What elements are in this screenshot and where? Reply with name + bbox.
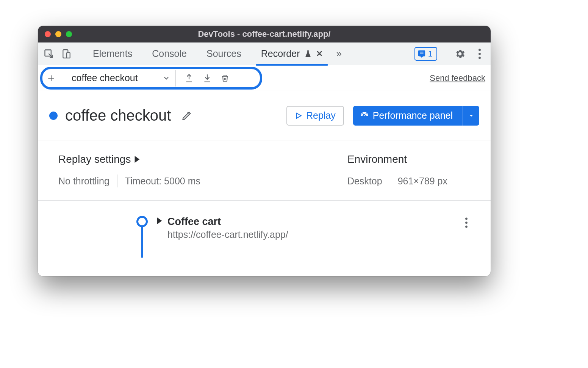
delete-icon[interactable] xyxy=(220,73,230,83)
replay-button[interactable]: Replay xyxy=(286,106,344,126)
tab-elements[interactable]: Elements xyxy=(84,42,141,65)
svg-point-7 xyxy=(465,222,468,224)
tab-console[interactable]: Console xyxy=(144,42,195,65)
close-window-button[interactable] xyxy=(45,31,51,37)
settings-row: Replay settings No throttling Timeout: 5… xyxy=(38,140,491,201)
performance-panel-button[interactable]: Performance panel xyxy=(353,106,479,126)
step-title: Coffee cart xyxy=(167,216,288,228)
close-tab-icon[interactable]: ✕ xyxy=(316,49,323,59)
timeout-value: Timeout: 5000 ms xyxy=(125,176,200,187)
recording-selector-label: coffee checkout xyxy=(72,72,157,83)
svg-point-3 xyxy=(479,49,481,51)
issues-badge[interactable]: 1 xyxy=(414,47,437,61)
new-recording-button[interactable]: ＋ xyxy=(43,70,59,86)
step-url: https://coffee-cart.netlify.app/ xyxy=(167,229,288,240)
device-toolbar-icon[interactable] xyxy=(59,47,74,61)
replay-settings-label: Replay settings xyxy=(58,153,131,165)
divider xyxy=(445,47,445,61)
minimize-window-button[interactable] xyxy=(55,31,61,37)
svg-rect-2 xyxy=(67,52,70,58)
tab-elements-label: Elements xyxy=(93,48,132,59)
device-value: Desktop xyxy=(347,176,382,187)
step-row: Coffee cart https://coffee-cart.netlify.… xyxy=(61,216,468,258)
tab-recorder-label: Recorder xyxy=(261,48,300,59)
titlebar: DevTools - coffee-cart.netlify.app/ xyxy=(38,26,491,42)
recording-header: coffee checkout Replay Performance panel xyxy=(38,91,491,140)
tab-recorder[interactable]: Recorder ✕ xyxy=(253,42,331,65)
triangle-right-icon xyxy=(134,156,140,163)
tab-strip: Elements Console Sources Recorder ✕ » 1 xyxy=(38,42,491,65)
tab-sources[interactable]: Sources xyxy=(198,42,250,65)
svg-point-6 xyxy=(465,218,468,220)
status-dot-icon xyxy=(49,112,58,120)
svg-point-8 xyxy=(465,226,468,228)
chevron-down-icon xyxy=(163,74,170,82)
viewport-value: 961×789 px xyxy=(398,176,447,187)
import-icon[interactable] xyxy=(202,73,212,83)
performance-panel-label: Performance panel xyxy=(373,110,453,121)
replay-settings-toggle[interactable]: Replay settings xyxy=(58,153,200,165)
window-title: DevTools - coffee-cart.netlify.app/ xyxy=(38,29,491,39)
flask-icon xyxy=(304,50,312,58)
environment-label: Environment xyxy=(347,153,447,165)
divider xyxy=(390,175,390,187)
performance-panel-dropdown[interactable] xyxy=(463,106,479,126)
window-controls xyxy=(45,31,72,37)
inspect-element-icon[interactable] xyxy=(42,47,56,61)
kebab-menu-icon[interactable] xyxy=(472,47,487,61)
devtools-window: DevTools - coffee-cart.netlify.app/ Elem… xyxy=(38,26,491,276)
send-feedback-link[interactable]: Send feedback xyxy=(430,73,485,83)
divider xyxy=(79,47,79,61)
tab-console-label: Console xyxy=(152,48,187,59)
maximize-window-button[interactable] xyxy=(66,31,72,37)
tab-sources-label: Sources xyxy=(206,48,241,59)
recorder-toolbar: ＋ coffee checkout Send feedback xyxy=(38,65,491,91)
expand-step-icon[interactable] xyxy=(157,217,162,224)
issues-count: 1 xyxy=(428,49,433,59)
edit-title-icon[interactable] xyxy=(181,110,192,121)
recording-title: coffee checkout xyxy=(65,107,171,124)
throttling-value: No throttling xyxy=(58,176,109,187)
step-connector xyxy=(141,227,143,258)
svg-point-4 xyxy=(479,53,481,55)
step-menu-icon[interactable] xyxy=(465,217,468,228)
export-icon[interactable] xyxy=(184,73,194,83)
steps-list: Coffee cart https://coffee-cart.netlify.… xyxy=(38,201,491,258)
settings-icon[interactable] xyxy=(453,47,467,61)
step-node-icon xyxy=(136,216,148,227)
svg-point-5 xyxy=(479,57,481,59)
replay-button-label: Replay xyxy=(306,110,336,121)
divider xyxy=(117,175,117,187)
recording-selector[interactable]: coffee checkout xyxy=(63,70,170,86)
more-tabs-icon[interactable]: » xyxy=(336,48,342,60)
